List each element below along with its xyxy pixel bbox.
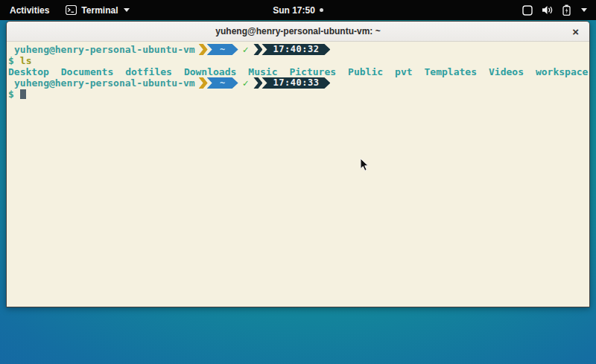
directory-name: dotfiles: [125, 66, 172, 77]
notification-dot: [320, 8, 323, 12]
text-cursor: [20, 89, 26, 99]
prompt-line: yuheng@henry-personal-ubuntu-vm ~ ✓ 17:4…: [8, 44, 589, 55]
system-tray[interactable]: [519, 0, 590, 20]
command-line: $ ls: [8, 55, 589, 66]
clock[interactable]: Sun 17:50: [273, 5, 315, 16]
top-bar: Activities Terminal Sun 17:50: [0, 0, 596, 20]
activities-button[interactable]: Activities: [7, 4, 52, 17]
directory-listing: DesktopDocumentsdotfilesDownloadsMusicPi…: [8, 66, 589, 77]
chevron-down-icon: [124, 8, 130, 12]
user-host-text: yuheng@henry-personal-ubuntu-vm: [14, 44, 195, 55]
directory-name: Public: [348, 66, 383, 77]
powerline-chevron-icon: [199, 44, 208, 55]
user-host-text: yuheng@henry-personal-ubuntu-vm: [14, 77, 195, 89]
directory-name: Templates: [425, 66, 477, 77]
screen-icon: [522, 5, 533, 16]
terminal-app-icon: [66, 5, 77, 15]
powerline-time-segment: 17:40:32: [261, 44, 330, 55]
titlebar[interactable]: yuheng@henry-personal-ubuntu-vm: ~ ×: [7, 22, 589, 42]
current-prompt-line: $: [8, 89, 589, 100]
battery-charging-icon: [562, 4, 571, 16]
prompt-line: yuheng@henry-personal-ubuntu-vm ~ ✓ 17:4…: [8, 77, 589, 89]
powerline-chevron-icon: [199, 77, 208, 89]
command-text: ls: [20, 55, 32, 66]
mouse-cursor: [360, 158, 370, 175]
powerline-chevron-icon: [253, 44, 262, 55]
status-check-icon: ✓: [243, 44, 249, 55]
powerline-chevron-icon: [253, 77, 262, 89]
powerline-dir-segment: ~: [207, 44, 238, 55]
directory-name: Downloads: [184, 66, 236, 77]
app-menu[interactable]: Terminal: [66, 5, 130, 16]
directory-name: Videos: [489, 66, 524, 77]
powerline-time-segment: 17:40:33: [261, 77, 330, 89]
terminal-body[interactable]: yuheng@henry-personal-ubuntu-vm ~ ✓ 17:4…: [7, 42, 589, 307]
directory-name: workspace: [536, 66, 588, 77]
tray-chevron-down-icon: [581, 8, 587, 12]
directory-name: Documents: [61, 66, 113, 77]
status-check-icon: ✓: [243, 77, 249, 89]
terminal-window: yuheng@henry-personal-ubuntu-vm: ~ × yuh…: [6, 21, 590, 307]
close-button[interactable]: ×: [572, 22, 579, 42]
window-title: yuheng@henry-personal-ubuntu-vm: ~: [215, 26, 380, 36]
volume-icon: [542, 5, 554, 15]
powerline-dir-segment: ~: [207, 77, 238, 89]
directory-name: Desktop: [8, 66, 49, 77]
directory-name: Pictures: [289, 66, 336, 77]
desktop: { "topbar": { "activities_label": "Activ…: [0, 0, 596, 364]
prompt-symbol: $: [8, 55, 14, 66]
directory-name: pvt: [395, 66, 412, 77]
prompt-symbol: $: [8, 89, 14, 100]
directory-name: Music: [248, 66, 277, 77]
app-menu-label: Terminal: [81, 5, 118, 16]
